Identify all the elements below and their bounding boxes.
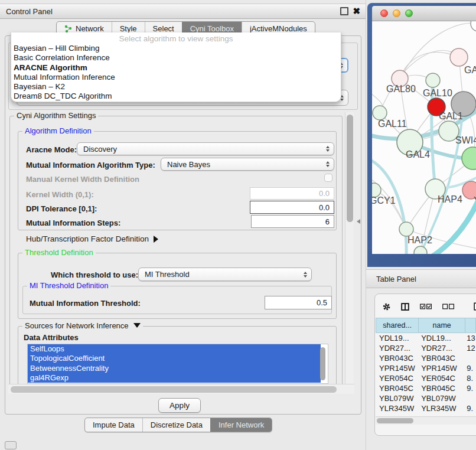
network-node[interactable] bbox=[471, 21, 476, 31]
select-all-checkboxes-icon[interactable] bbox=[420, 303, 432, 310]
attribute-list-item[interactable]: SelfLoops bbox=[28, 344, 321, 354]
panel-divider bbox=[366, 0, 366, 450]
dpi-tolerance-value: 0.0 bbox=[319, 203, 330, 212]
node-label: GAL11 bbox=[378, 119, 407, 129]
dropdown-item[interactable]: Bayesian – K2 bbox=[11, 82, 341, 92]
mi-algorithm-type-label: Mutual Information Algorithm Type: bbox=[26, 161, 155, 169]
control-panel-title: Control Panel bbox=[6, 7, 53, 16]
manual-kernel-width-label: Manual Kernel Width Definition bbox=[26, 175, 139, 184]
network-node[interactable] bbox=[414, 246, 427, 254]
table-row[interactable]: YBR045CYBR045C9. bbox=[376, 383, 476, 393]
dropdown-item[interactable]: ARACNE Algorithm bbox=[11, 63, 341, 73]
network-canvas[interactable]: GAL7GAL80GAL10GAL1GAL11SWI4GAL4GCY1HAP4Y… bbox=[372, 21, 476, 254]
table-cell bbox=[465, 353, 476, 363]
table-column-header[interactable] bbox=[465, 318, 476, 333]
attribute-list-item[interactable]: TopologicalCoefficient bbox=[28, 354, 321, 363]
node-label: GAL10 bbox=[423, 88, 452, 98]
settings-vertical-scrollbar[interactable] bbox=[345, 112, 354, 384]
which-threshold-label: Which threshold to use: bbox=[51, 270, 138, 279]
mi-threshold-field[interactable]: 0.5 bbox=[265, 296, 332, 309]
network-node[interactable] bbox=[399, 222, 413, 236]
aracne-mode-combo[interactable]: Discovery bbox=[77, 142, 334, 155]
table-row[interactable]: YIL052CYIL052C9. bbox=[376, 413, 476, 416]
table-cell: YPR145W bbox=[376, 363, 419, 373]
table-row[interactable]: YLR345WYLR345W9. bbox=[376, 403, 476, 413]
table-cell: 8. bbox=[465, 373, 476, 383]
table-column-header[interactable]: shared... bbox=[376, 318, 419, 333]
close-icon[interactable]: ✖ bbox=[353, 8, 360, 14]
manual-kernel-width-checkbox[interactable] bbox=[324, 174, 332, 182]
unselect-all-checkboxes-icon[interactable] bbox=[442, 303, 454, 310]
bottom-tabbar: Impute DataDiscretize DataInfer Network bbox=[84, 418, 272, 432]
mi-threshold-label: Mutual Information Threshold: bbox=[30, 299, 141, 308]
table-row[interactable]: YPR145WYPR145W9. bbox=[376, 363, 476, 373]
new-table-icon[interactable] bbox=[474, 301, 476, 312]
table-cell: YBL079W bbox=[376, 393, 419, 403]
network-node[interactable] bbox=[426, 73, 440, 87]
table-toolbar bbox=[378, 298, 476, 315]
hub-definition-toggle[interactable]: Hub/Transcription Factor Definition bbox=[26, 234, 158, 243]
table-row[interactable]: YBL079WYBL079W bbox=[376, 393, 476, 403]
dropdown-item[interactable]: Basic Correlation Inference bbox=[11, 53, 341, 63]
tab-label: Network bbox=[76, 24, 104, 33]
table-cell: YPR145W bbox=[419, 363, 465, 373]
gear-icon[interactable] bbox=[383, 302, 390, 312]
table-cell: YDL19... bbox=[419, 333, 465, 343]
table-cell: YDL19... bbox=[376, 333, 419, 343]
threshold-definition-title: Threshold Definition bbox=[22, 248, 96, 257]
network-node[interactable] bbox=[450, 48, 468, 66]
table-cell: YLR345W bbox=[419, 403, 465, 413]
tab-infer-network[interactable]: Infer Network bbox=[210, 418, 272, 432]
node-label: GAL7 bbox=[464, 65, 476, 75]
network-window-titlebar[interactable] bbox=[372, 6, 476, 21]
kernel-width-field[interactable]: 0.0 bbox=[250, 187, 334, 200]
tab-discretize-data[interactable]: Discretize Data bbox=[142, 418, 210, 432]
control-panel-titlebar: Control Panel ✖ bbox=[0, 4, 366, 19]
tab-label: Impute Data bbox=[93, 420, 135, 429]
table-cell: 12 bbox=[465, 343, 476, 353]
network-node[interactable] bbox=[373, 106, 387, 120]
network-edge[interactable] bbox=[372, 158, 406, 254]
tab-impute-data[interactable]: Impute Data bbox=[85, 418, 142, 432]
table-row[interactable]: YBR043CYBR043C bbox=[376, 353, 476, 363]
dropdown-item[interactable]: Mutual Information Inference bbox=[11, 73, 341, 82]
table-row[interactable]: YDR27...YDR27...12 bbox=[376, 343, 476, 353]
table-horizontal-scrollbar[interactable] bbox=[376, 416, 476, 425]
columns-icon[interactable] bbox=[401, 302, 409, 312]
apply-button[interactable]: Apply bbox=[158, 398, 201, 413]
tab-label: Style bbox=[120, 24, 137, 33]
table-column-header[interactable]: name bbox=[419, 318, 465, 333]
table-cell: YER054C bbox=[419, 373, 465, 383]
splitter-collapse-icon[interactable] bbox=[357, 219, 360, 224]
network-edge[interactable] bbox=[429, 197, 476, 254]
dpi-tolerance-field[interactable]: 0.0 bbox=[250, 201, 334, 214]
node-label: Y bbox=[474, 195, 476, 206]
zoom-traffic-light-icon[interactable] bbox=[405, 9, 413, 17]
minimize-traffic-light-icon[interactable] bbox=[393, 9, 400, 17]
table-row[interactable]: YDL19...YDL19...13 bbox=[376, 333, 476, 343]
attribute-list-item[interactable]: BetweennessCentrality bbox=[28, 364, 321, 373]
table-row[interactable]: YER054CYER054C8. bbox=[376, 373, 476, 383]
which-threshold-combo[interactable]: MI Threshold bbox=[138, 268, 312, 281]
attribute-list-item[interactable]: gal4RGexp bbox=[28, 373, 321, 383]
dropdown-item[interactable]: Dream8 DC_TDC Algorithm bbox=[11, 92, 341, 101]
data-attributes-list[interactable]: SelfLoopsTopologicalCoefficientBetweenne… bbox=[27, 344, 328, 384]
network-edge[interactable] bbox=[380, 50, 459, 113]
settings-horizontal-scrollbar[interactable] bbox=[8, 384, 354, 394]
node-label: GCY1 bbox=[372, 195, 396, 206]
tab-label: Infer Network bbox=[219, 420, 264, 429]
minimized-panel-icon[interactable] bbox=[5, 441, 17, 449]
kernel-width-label: Kernel Width (0,1): bbox=[26, 190, 94, 199]
table-cell: YER054C bbox=[376, 373, 419, 383]
network-graph: GAL7GAL80GAL10GAL1GAL11SWI4GAL4GCY1HAP4Y… bbox=[372, 21, 476, 254]
attributes-scrollbar[interactable] bbox=[320, 347, 325, 380]
mi-steps-field[interactable]: 6 bbox=[251, 215, 334, 228]
table-panel-title: Table Panel bbox=[376, 275, 416, 283]
network-icon bbox=[64, 25, 72, 32]
combo-stepper-icon bbox=[326, 146, 330, 152]
sources-title[interactable]: Sources for Network Inference bbox=[22, 321, 143, 330]
mi-algorithm-type-combo[interactable]: Naive Bayes bbox=[161, 158, 334, 171]
dropdown-item[interactable]: Bayesian – Hill Climbing bbox=[11, 44, 341, 53]
float-window-icon[interactable] bbox=[340, 7, 348, 15]
close-traffic-light-icon[interactable] bbox=[380, 9, 388, 17]
